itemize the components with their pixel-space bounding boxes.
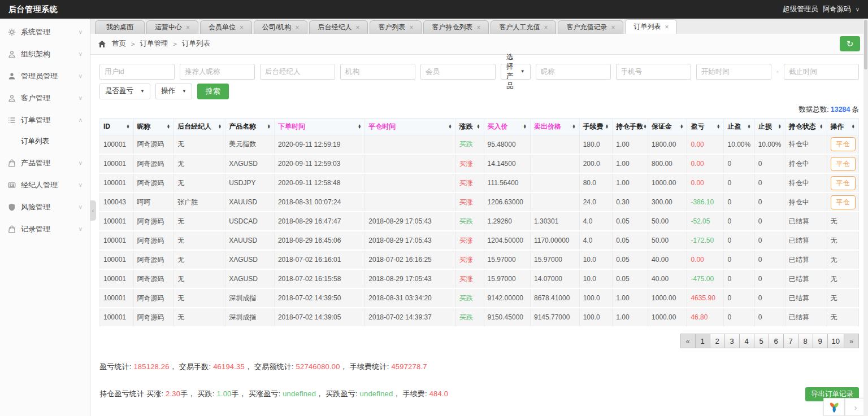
sort-icon[interactable]: ▲▼	[218, 124, 222, 129]
filter-input-用户id[interactable]	[99, 64, 175, 80]
sort-icon[interactable]: ▲▼	[523, 124, 527, 129]
filter-select-操作[interactable]: 操作▼	[155, 84, 192, 99]
sidebar-item-记录管理[interactable]: 记录管理∨	[0, 218, 90, 240]
close-icon[interactable]: ×	[186, 24, 190, 32]
sidebar-collapse-handle[interactable]: ‹	[90, 200, 96, 221]
sort-icon[interactable]: ▲▼	[605, 124, 609, 129]
sort-icon[interactable]: ▲▼	[717, 124, 720, 129]
filter-input-手机号[interactable]	[616, 64, 691, 80]
tab-公司/机构[interactable]: 公司/机构×	[254, 20, 307, 34]
filter-input-机构[interactable]	[340, 64, 415, 80]
page-button-6[interactable]: 6	[769, 334, 784, 348]
refresh-button[interactable]: ↻	[840, 36, 860, 51]
page-button-7[interactable]: 7	[783, 334, 798, 348]
sort-icon[interactable]: ▲▼	[448, 124, 452, 129]
sort-icon[interactable]: ▲▼	[126, 124, 129, 129]
column-header-下单时间: 下单时间▲▼	[274, 118, 364, 135]
tab-客户持仓列表[interactable]: 客户持仓列表×	[423, 20, 489, 34]
tab-客户人工充值[interactable]: 客户人工充值×	[491, 20, 556, 34]
sidebar-item-订单管理[interactable]: 订单管理∧	[0, 109, 90, 131]
close-icon[interactable]: ×	[240, 24, 244, 32]
filter-select-选择产品[interactable]: 选择产品▼	[501, 64, 531, 80]
sidebar-item-经纪人管理[interactable]: 经纪人管理∨	[0, 174, 90, 196]
page-prev-button[interactable]: «	[680, 334, 696, 348]
filter-input-昵称[interactable]	[536, 64, 611, 80]
sidebar-item-风险管理[interactable]: 风险管理∨	[0, 196, 90, 218]
sidebar-item-管理员管理[interactable]: 管理员管理∨	[0, 65, 90, 87]
sort-icon[interactable]: ▲▼	[358, 124, 361, 129]
cell-产品名称: USDJPY	[225, 173, 275, 192]
tab-我的桌面[interactable]: 我的桌面	[95, 20, 145, 34]
filter-input-截止时间[interactable]	[784, 64, 859, 80]
user-menu[interactable]: 超级管理员 阿奇源码 ∨	[783, 5, 860, 14]
column-header-昵称: 昵称▲▼	[133, 118, 174, 135]
sort-icon[interactable]: ▲▼	[572, 124, 575, 129]
sort-icon[interactable]: ▲▼	[852, 124, 855, 129]
breadcrumb-item-订单管理[interactable]: 订单管理	[140, 39, 168, 49]
page-button-1[interactable]: 1	[695, 334, 710, 348]
cell-买入价: 9150.45000	[484, 308, 530, 327]
sidebar-subitem-订单列表[interactable]: 订单列表	[0, 131, 90, 152]
tab-会员单位[interactable]: 会员单位×	[200, 20, 252, 34]
filter-input-会员[interactable]	[420, 64, 496, 80]
sort-icon[interactable]: ▲▼	[167, 124, 170, 129]
close-icon[interactable]: ×	[611, 24, 615, 32]
close-icon[interactable]: ×	[476, 24, 480, 32]
close-icon[interactable]: ×	[665, 23, 669, 31]
sidebar-item-label: 经纪人管理	[21, 180, 58, 190]
close-position-button[interactable]: 平仓	[831, 137, 856, 151]
close-icon[interactable]: ×	[355, 24, 359, 32]
sort-icon[interactable]: ▲▼	[476, 124, 480, 129]
tab-客户列表[interactable]: 客户列表×	[370, 20, 422, 34]
cell-买入价: 1206.63000	[484, 192, 530, 212]
filter-input-开始时间[interactable]	[696, 64, 771, 80]
page-button-2[interactable]: 2	[710, 334, 725, 348]
cell-止盈: 10.00%	[724, 135, 754, 154]
column-label: 卖出价格	[534, 122, 561, 132]
stat-label: ， 交易额统计:	[245, 362, 296, 371]
cell-下单时间: 2018-08-31 00:07:24	[274, 192, 364, 212]
filter-select-是否盈亏[interactable]: 是否盈亏▼	[99, 84, 150, 99]
page-button-10[interactable]: 10	[827, 334, 844, 348]
sort-desc-icon: ▼	[218, 126, 222, 129]
filter-input-后台经纪人[interactable]	[260, 64, 335, 80]
search-button[interactable]: 搜索	[197, 84, 229, 99]
sidebar-item-客户管理[interactable]: 客户管理∨	[0, 87, 90, 109]
tab-客户充值记录[interactable]: 客户充值记录×	[558, 20, 623, 34]
sort-icon[interactable]: ▲▼	[680, 124, 683, 129]
page-button-4[interactable]: 4	[739, 334, 754, 348]
breadcrumb-item-订单列表[interactable]: 订单列表	[182, 39, 210, 49]
tab-后台经纪人[interactable]: 后台经纪人×	[309, 20, 368, 34]
close-position-button[interactable]: 平仓	[831, 176, 856, 190]
cell-产品名称: USDCAD	[225, 212, 275, 231]
sort-icon[interactable]: ▲▼	[747, 124, 750, 129]
filter-input-推荐人昵称[interactable]	[180, 64, 255, 80]
brand-logo[interactable]	[823, 398, 845, 416]
close-position-button[interactable]: 平仓	[831, 157, 856, 171]
cell-止损: 10.00%	[754, 135, 785, 154]
page-button-8[interactable]: 8	[798, 334, 813, 348]
tab-运营中心[interactable]: 运营中心×	[146, 20, 198, 34]
cell-昵称: 阿奇源码	[133, 212, 174, 231]
cell-卖出价格: 1170.00000	[530, 231, 579, 250]
sort-icon[interactable]: ▲▼	[778, 124, 781, 129]
sidebar-item-系统管理[interactable]: 系统管理∨	[0, 21, 90, 43]
page-next-button[interactable]: »	[844, 334, 859, 348]
sidebar-item-组织架构[interactable]: 组织架构∨	[0, 43, 90, 65]
page-button-9[interactable]: 9	[813, 334, 828, 348]
page-button-3[interactable]: 3	[724, 334, 740, 348]
sort-desc-icon: ▼	[167, 126, 170, 129]
cell-下单时间: 2018-07-02 14:39:05	[274, 308, 364, 327]
page-button-5[interactable]: 5	[754, 334, 769, 348]
sidebar-item-产品管理[interactable]: 产品管理∨	[0, 152, 90, 174]
sort-icon[interactable]: ▲▼	[643, 124, 646, 129]
close-icon[interactable]: ×	[295, 24, 299, 32]
sort-icon[interactable]: ▲▼	[267, 124, 270, 129]
tab-订单列表[interactable]: 订单列表×	[625, 19, 677, 34]
close-icon[interactable]: ×	[544, 24, 548, 32]
close-icon[interactable]: ×	[409, 24, 413, 32]
sort-icon[interactable]: ▲▼	[819, 124, 823, 129]
column-label: 保证金	[652, 122, 672, 132]
scrollbar-thumb[interactable]	[864, 20, 867, 69]
close-position-button[interactable]: 平仓	[831, 195, 856, 209]
